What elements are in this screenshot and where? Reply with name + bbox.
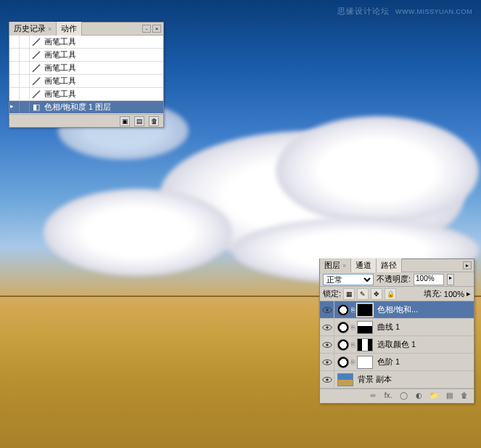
layer-row[interactable]: 背景 副本 xyxy=(320,371,474,388)
tab-paths[interactable]: 路径 xyxy=(377,258,402,272)
new-snapshot-button[interactable]: ▣ xyxy=(120,116,130,126)
history-titlebar: 历史记录× 动作 - × xyxy=(9,23,163,36)
adjustment-thumb xyxy=(337,357,349,368)
svg-point-5 xyxy=(326,343,329,346)
layers-titlebar: 图层× 通道 路径 ▸ xyxy=(320,259,474,272)
history-item[interactable]: 画笔工具 xyxy=(9,88,163,101)
layer-row-selected[interactable]: ⎘ 色相/饱和... xyxy=(320,301,474,319)
link-layers-button[interactable]: ⬄ xyxy=(367,391,379,402)
opacity-label: 不透明度: xyxy=(377,274,411,285)
visibility-toggle[interactable] xyxy=(320,301,334,318)
history-item[interactable]: 画笔工具 xyxy=(9,62,163,75)
mask-thumb[interactable] xyxy=(357,304,373,317)
history-label: 画笔工具 xyxy=(43,49,163,60)
brush-icon xyxy=(30,62,43,74)
adjustment-thumb xyxy=(337,304,349,316)
minimize-button[interactable]: - xyxy=(142,25,151,33)
close-button[interactable]: × xyxy=(152,25,161,33)
layers-options-row2: 锁定: ▦ ✎ ✥ 🔒 填充: 100% ▸ xyxy=(320,287,474,301)
new-state-button[interactable]: ▤ xyxy=(134,116,144,126)
mask-thumb[interactable] xyxy=(357,338,373,351)
brush-icon xyxy=(30,76,43,87)
history-list: 画笔工具 画笔工具 画笔工具 画笔工具 画笔工具 ▸ ◧ 色相/饱和度 1 图层 xyxy=(9,36,163,114)
watermark-main: 思缘设计论坛 xyxy=(337,7,390,15)
link-icon: ⎘ xyxy=(351,324,355,331)
opacity-arrow[interactable]: ▸ xyxy=(447,274,454,285)
mask-thumb[interactable] xyxy=(357,321,373,334)
svg-point-9 xyxy=(326,378,329,381)
history-label: 画笔工具 xyxy=(43,36,163,47)
history-label: 画笔工具 xyxy=(43,62,163,73)
adjustment-button[interactable]: ◐ xyxy=(413,391,424,402)
layer-name[interactable]: 曲线 1 xyxy=(376,322,400,333)
close-icon[interactable]: × xyxy=(342,262,346,269)
layer-row[interactable]: ⎘ 曲线 1 xyxy=(320,319,474,336)
history-item-selected[interactable]: ▸ ◧ 色相/饱和度 1 图层 xyxy=(9,101,163,114)
layer-name[interactable]: 选取颜色 1 xyxy=(376,339,416,350)
lock-all-button[interactable]: 🔒 xyxy=(385,288,396,300)
svg-point-7 xyxy=(326,361,329,364)
history-label: 色相/饱和度 1 图层 xyxy=(43,102,163,113)
history-item[interactable]: 画笔工具 xyxy=(9,75,163,88)
layer-row[interactable]: ⎘ 选取颜色 1 xyxy=(320,336,474,354)
blend-mode-select[interactable]: 正常 xyxy=(323,274,374,285)
lock-transparent-button[interactable]: ▦ xyxy=(343,288,355,300)
link-icon: ⎘ xyxy=(351,359,355,366)
watermark-url: WWW.MISSYUAN.COM xyxy=(395,8,472,15)
menu-button[interactable]: ▸ xyxy=(463,261,472,269)
layer-row[interactable]: ⎘ 色阶 1 xyxy=(320,354,474,371)
layer-name[interactable]: 背景 副本 xyxy=(356,374,392,385)
layers-footer: ⬄ fx. ◯ ◐ 📁 ▤ 🗑 xyxy=(320,388,474,403)
fx-button[interactable]: fx. xyxy=(382,391,394,402)
layers-panel: 图层× 通道 路径 ▸ 正常 不透明度: 100% ▸ 锁定: ▦ ✎ ✥ 🔒 … xyxy=(319,258,474,404)
lock-pixels-button[interactable]: ✎ xyxy=(357,288,369,300)
new-layer-button[interactable]: ▤ xyxy=(443,391,455,402)
image-thumb[interactable] xyxy=(337,373,353,386)
layer-name[interactable]: 色阶 1 xyxy=(376,357,400,367)
trash-button[interactable]: 🗑 xyxy=(459,391,470,402)
history-item[interactable]: 画笔工具 xyxy=(9,49,163,62)
visibility-toggle[interactable] xyxy=(320,371,334,388)
svg-point-3 xyxy=(326,326,329,329)
fill-value[interactable]: 100% xyxy=(444,290,464,298)
close-icon[interactable]: × xyxy=(48,25,52,33)
link-icon: ⎘ xyxy=(351,341,355,349)
trash-button[interactable]: 🗑 xyxy=(149,116,159,126)
visibility-toggle[interactable] xyxy=(320,354,334,370)
fill-arrow[interactable]: ▸ xyxy=(466,289,471,298)
svg-point-1 xyxy=(326,309,329,311)
tab-history[interactable]: 历史记录× xyxy=(9,22,57,36)
opacity-value[interactable]: 100% xyxy=(414,274,444,285)
adjustment-thumb xyxy=(337,339,349,351)
visibility-toggle[interactable] xyxy=(320,319,334,335)
visibility-toggle[interactable] xyxy=(320,336,334,353)
history-label: 画笔工具 xyxy=(43,89,163,99)
layer-name[interactable]: 色相/饱和... xyxy=(376,304,418,315)
link-icon: ⎘ xyxy=(351,306,355,314)
layers-options-row1: 正常 不透明度: 100% ▸ xyxy=(320,272,474,287)
history-item[interactable]: 画笔工具 xyxy=(9,36,163,49)
adjustment-icon: ◧ xyxy=(30,102,43,112)
fill-label: 填充: xyxy=(424,288,442,299)
tab-layers[interactable]: 图层× xyxy=(320,258,351,272)
chevron-right-icon: ▸ xyxy=(9,102,15,110)
group-button[interactable]: 📁 xyxy=(428,391,440,402)
layer-list: ⎘ 色相/饱和... ⎘ 曲线 1 ⎘ 选取颜色 1 xyxy=(320,301,474,388)
tab-channels[interactable]: 通道 xyxy=(351,258,377,272)
lock-position-button[interactable]: ✥ xyxy=(371,288,382,300)
history-panel: 历史记录× 动作 - × 画笔工具 画笔工具 画笔工具 画笔工具 xyxy=(9,22,164,128)
mask-button[interactable]: ◯ xyxy=(398,391,409,402)
brush-icon xyxy=(30,49,43,61)
brush-icon xyxy=(30,36,43,48)
history-footer: ▣ ▤ 🗑 xyxy=(9,114,163,127)
lock-label: 锁定: xyxy=(323,288,341,299)
tab-actions[interactable]: 动作 xyxy=(57,22,82,36)
history-label: 画笔工具 xyxy=(43,76,163,86)
mask-thumb[interactable] xyxy=(357,356,373,369)
brush-icon xyxy=(30,89,43,100)
adjustment-thumb xyxy=(337,322,349,333)
